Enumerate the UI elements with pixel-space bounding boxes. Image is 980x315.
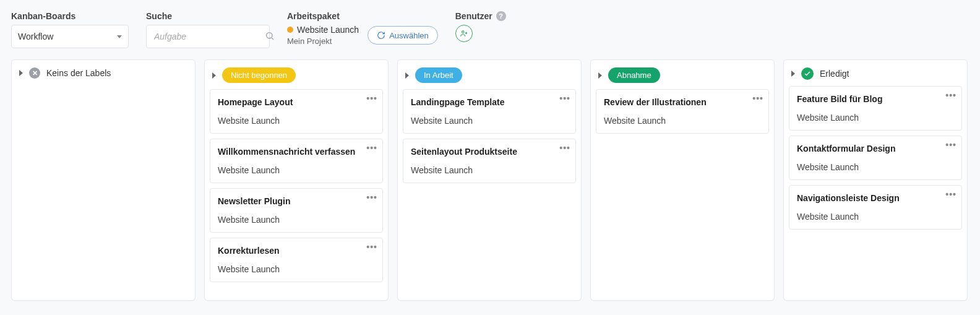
card-more-icon[interactable]: ••• — [945, 90, 956, 100]
card-title: Landingpage Template — [411, 97, 568, 107]
kanban-card[interactable]: •••Homepage LayoutWebsite Launch — [210, 89, 383, 134]
user-plus-icon — [460, 29, 468, 38]
kanban-card[interactable]: •••KorrekturlesenWebsite Launch — [210, 238, 383, 282]
search-icon — [265, 31, 275, 43]
card-project: Website Launch — [411, 165, 568, 175]
kanban-card[interactable]: •••Navigationsleiste DesignWebsite Launc… — [789, 185, 962, 230]
card-project: Website Launch — [218, 116, 375, 126]
card-title: Navigationsleiste Design — [797, 193, 954, 203]
column-in-progress: In Arbeit•••Landingpage TemplateWebsite … — [397, 59, 582, 301]
kanban-card[interactable]: •••Feature Bild für BlogWebsite Launch — [789, 86, 962, 131]
card-title: Korrekturlesen — [218, 246, 375, 256]
column-header: Erledigt — [784, 60, 967, 86]
card-title: Seitenlayout Produktseite — [411, 147, 568, 157]
card-title: Kontaktformular Design — [797, 144, 954, 153]
card-more-icon[interactable]: ••• — [945, 189, 956, 199]
workpackage-label: Arbeitspaket — [287, 11, 438, 21]
column-label: Erledigt — [820, 69, 849, 79]
column-cards: •••Review der IllustrationenWebsite Laun… — [591, 89, 774, 140]
column-label: Keins der Labels — [46, 68, 111, 78]
add-user-button[interactable] — [455, 25, 473, 42]
card-project: Website Launch — [218, 264, 375, 274]
user-label: Benutzer — [455, 11, 492, 21]
kanban-board-select[interactable]: Workflow — [11, 25, 129, 48]
column-label: Abnahme — [608, 67, 660, 83]
card-title: Feature Bild für Blog — [797, 94, 954, 104]
check-circle-icon — [801, 67, 814, 80]
column-none: ✕Keins der Labels — [11, 59, 196, 301]
user-label-row: Benutzer ? — [455, 11, 506, 21]
toolbar: Kanban-Boards Workflow Suche Arbeitspake… — [0, 0, 980, 54]
workpackage-status-dot — [287, 27, 293, 33]
card-more-icon[interactable]: ••• — [559, 93, 570, 103]
svg-point-0 — [267, 32, 272, 38]
card-project: Website Launch — [411, 116, 568, 126]
choose-workpackage-button[interactable]: Auswählen — [368, 26, 438, 45]
workpackage-group: Arbeitspaket Website Launch Mein Projekt… — [287, 11, 438, 46]
kanban-card[interactable]: •••Newsletter PluginWebsite Launch — [210, 188, 383, 233]
column-cards: •••Landingpage TemplateWebsite Launch•••… — [398, 89, 581, 189]
column-label: In Arbeit — [415, 67, 462, 83]
card-more-icon[interactable]: ••• — [366, 192, 377, 202]
svg-point-2 — [462, 31, 464, 33]
column-header: Abnahme — [591, 60, 774, 89]
card-project: Website Launch — [218, 165, 375, 175]
card-title: Review der Illustrationen — [604, 97, 761, 107]
search-field-wrapper[interactable] — [146, 25, 270, 48]
card-more-icon[interactable]: ••• — [945, 140, 956, 150]
no-label-icon: ✕ — [29, 67, 40, 79]
column-approval: Abnahme•••Review der IllustrationenWebsi… — [590, 59, 775, 301]
column-header: Nicht begonnen — [205, 60, 388, 89]
card-project: Website Launch — [218, 215, 375, 225]
kanban-card[interactable]: •••Willkommensnachricht verfassenWebsite… — [210, 139, 383, 183]
workpackage-name: Website Launch — [297, 25, 359, 35]
kanban-card[interactable]: •••Kontaktformular DesignWebsite Launch — [789, 136, 962, 180]
card-more-icon[interactable]: ••• — [752, 93, 763, 103]
column-cards: •••Homepage LayoutWebsite Launch•••Willk… — [205, 89, 388, 288]
card-title: Newsletter Plugin — [218, 196, 375, 206]
kanban-board-group: Kanban-Boards Workflow — [11, 11, 129, 48]
column-not-started: Nicht begonnen•••Homepage LayoutWebsite … — [204, 59, 389, 301]
chevron-right-icon[interactable] — [791, 71, 795, 77]
workpackage-project: Mein Projekt — [287, 37, 359, 46]
column-header: ✕Keins der Labels — [12, 60, 195, 85]
card-title: Homepage Layout — [218, 97, 375, 107]
search-input[interactable] — [153, 31, 265, 42]
column-cards: •••Feature Bild für BlogWebsite Launch••… — [784, 86, 967, 236]
chevron-down-icon — [117, 35, 122, 38]
choose-workpackage-label: Auswählen — [389, 31, 429, 40]
svg-line-1 — [272, 38, 273, 40]
chevron-right-icon[interactable] — [405, 72, 409, 79]
card-title: Willkommensnachricht verfassen — [218, 147, 375, 157]
search-group: Suche — [146, 11, 270, 48]
workpackage-info: Website Launch Mein Projekt — [287, 25, 359, 46]
column-header: In Arbeit — [398, 60, 581, 89]
search-label: Suche — [146, 11, 270, 21]
kanban-board: ✕Keins der LabelsNicht begonnen•••Homepa… — [0, 54, 980, 312]
card-more-icon[interactable]: ••• — [366, 242, 377, 252]
card-project: Website Launch — [797, 162, 954, 172]
kanban-card[interactable]: •••Landingpage TemplateWebsite Launch — [403, 89, 576, 134]
user-group: Benutzer ? — [455, 11, 506, 42]
chevron-right-icon[interactable] — [212, 72, 216, 79]
kanban-card[interactable]: •••Seitenlayout ProduktseiteWebsite Laun… — [403, 139, 576, 183]
help-icon[interactable]: ? — [496, 11, 506, 21]
column-cards — [12, 85, 195, 91]
card-project: Website Launch — [797, 113, 954, 123]
chevron-right-icon[interactable] — [598, 72, 602, 79]
card-more-icon[interactable]: ••• — [366, 143, 377, 153]
chevron-right-icon[interactable] — [19, 70, 23, 76]
card-project: Website Launch — [797, 212, 954, 222]
column-done: Erledigt•••Feature Bild für BlogWebsite … — [783, 59, 968, 301]
kanban-board-label: Kanban-Boards — [11, 11, 129, 21]
card-more-icon[interactable]: ••• — [559, 143, 570, 153]
card-project: Website Launch — [604, 116, 761, 126]
kanban-board-selected-value: Workflow — [18, 32, 53, 41]
kanban-card[interactable]: •••Review der IllustrationenWebsite Laun… — [596, 89, 769, 134]
refresh-icon — [377, 31, 385, 40]
column-label: Nicht begonnen — [222, 67, 296, 83]
card-more-icon[interactable]: ••• — [366, 93, 377, 103]
